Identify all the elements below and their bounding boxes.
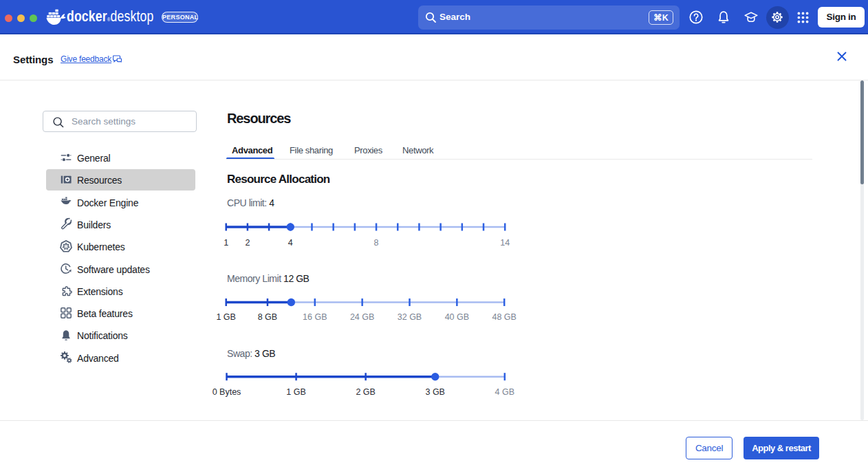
svg-text:8 GB: 8 GB bbox=[258, 312, 278, 322]
svg-text:4: 4 bbox=[288, 238, 293, 248]
svg-text:1 GB: 1 GB bbox=[286, 387, 306, 397]
svg-text:1 GB: 1 GB bbox=[216, 312, 236, 322]
svg-text:4 GB: 4 GB bbox=[495, 387, 515, 397]
svg-text:40 GB: 40 GB bbox=[445, 312, 469, 322]
svg-text:32 GB: 32 GB bbox=[398, 312, 422, 322]
svg-text:16 GB: 16 GB bbox=[303, 312, 327, 322]
svg-text:2 GB: 2 GB bbox=[356, 387, 376, 397]
svg-text:8: 8 bbox=[374, 238, 379, 248]
svg-text:0 Bytes: 0 Bytes bbox=[213, 387, 241, 397]
svg-text:2: 2 bbox=[245, 238, 250, 248]
svg-text:14: 14 bbox=[500, 238, 510, 248]
svg-text:24 GB: 24 GB bbox=[350, 312, 374, 322]
svg-text:3 GB: 3 GB bbox=[425, 387, 445, 397]
svg-text:1: 1 bbox=[224, 238, 228, 248]
svg-text:48 GB: 48 GB bbox=[492, 312, 516, 322]
